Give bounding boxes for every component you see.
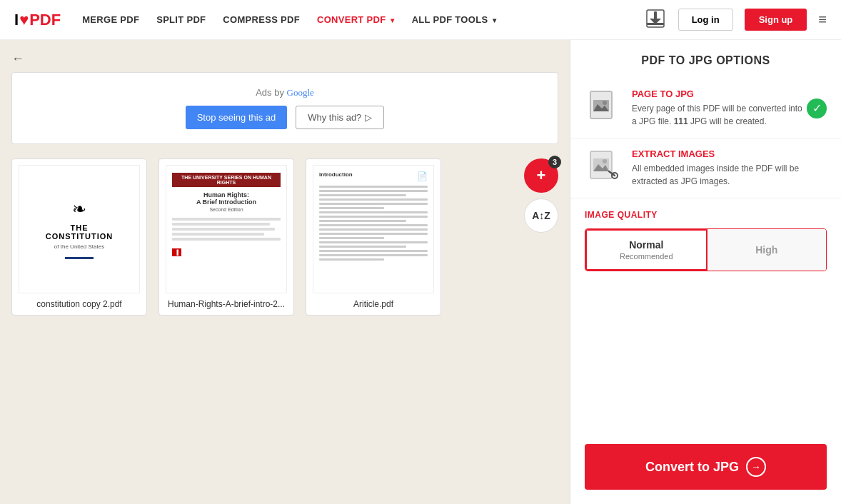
signup-button[interactable]: Sign up (745, 9, 807, 31)
rights-subtitle: Second Edition (209, 207, 243, 212)
convert-chevron-icon: ▾ (391, 16, 394, 24)
ad-label: Ads by Google (26, 87, 543, 99)
extract-images-icon (585, 148, 622, 186)
constitution-symbol: ❧ (72, 199, 86, 219)
logo-i: I (14, 11, 19, 29)
download-icon[interactable] (644, 7, 667, 33)
right-panel: PDF TO JPG OPTIONS PAGE TO JPG Every pag… (570, 40, 841, 504)
rights-header-bar: THE UNIVERSITY SERIES ON HUMAN RIGHTS (172, 173, 281, 187)
article-header: Introduction 📄 (319, 171, 428, 181)
login-button[interactable]: Log in (678, 9, 733, 31)
convert-section: Convert to JPG → (570, 433, 841, 504)
page-to-jpg-icon (585, 89, 622, 126)
sort-button[interactable]: A↕Z (524, 198, 558, 233)
option-check-page-to-jpg: ✓ (807, 99, 827, 119)
pdf-thumbnail-0: ❧ THECONSTITUTION of the United States (19, 165, 140, 293)
svg-point-8 (603, 101, 607, 105)
google-text: Google (287, 87, 314, 98)
spacer (570, 283, 841, 433)
all-tools-chevron-icon: ▾ (493, 16, 496, 24)
nav-all-tools[interactable]: ALL PDF TOOLS ▾ (412, 14, 497, 25)
nav-convert-pdf[interactable]: CONVERT PDF ▾ (317, 14, 395, 25)
article-lines (319, 186, 428, 287)
option-extract-images[interactable]: EXTRACT IMAGES All embedded images insid… (570, 138, 841, 198)
ad-banner: Ads by Google Stop seeing this ad Why th… (11, 72, 558, 144)
fab-badge: + 3 (524, 158, 558, 193)
constitution-title: THECONSTITUTION (46, 223, 114, 241)
nav-compress-pdf[interactable]: COMPRESS PDF (223, 14, 300, 25)
convert-button[interactable]: Convert to JPG → (585, 444, 827, 490)
sort-icon: A↕Z (532, 210, 550, 221)
convert-arrow-icon: → (746, 457, 766, 477)
header-right: Log in Sign up ≡ (644, 7, 827, 33)
nav-split-pdf[interactable]: SPLIT PDF (156, 14, 206, 25)
why-chevron-icon: ▷ (365, 112, 372, 123)
rights-red-block: ▐ (172, 248, 181, 256)
main-layout: ← Ads by Google Stop seeing this ad Why … (0, 40, 841, 504)
logo-heart-icon: ♥ (19, 11, 29, 29)
logo-pdf: PDF (29, 11, 61, 29)
main-nav: MERGE PDF SPLIT PDF COMPRESS PDF CONVERT… (82, 14, 643, 25)
constitution-line (65, 257, 94, 259)
quality-high-button[interactable]: High (707, 229, 827, 271)
rights-title: Human Rights:A Brief Introduction (196, 191, 256, 206)
option-desc-page-to-jpg: Every page of this PDF will be converted… (632, 102, 807, 128)
image-quality-section: IMAGE QUALITY Normal Recommended High (570, 198, 841, 283)
svg-point-12 (603, 159, 607, 163)
quality-buttons: Normal Recommended High (585, 228, 827, 271)
option-title-extract: EXTRACT IMAGES (632, 148, 827, 159)
header: I ♥ PDF MERGE PDF SPLIT PDF COMPRESS PDF… (0, 0, 841, 40)
pdf-card-0[interactable]: ❧ THECONSTITUTION of the United States c… (11, 158, 147, 316)
stop-ad-button[interactable]: Stop seeing this ad (186, 106, 288, 129)
pdf-card-2[interactable]: Introduction 📄 (306, 158, 441, 316)
constitution-subtitle: of the United States (54, 243, 104, 250)
pdf-thumbnail-1: THE UNIVERSITY SERIES ON HUMAN RIGHTS Hu… (166, 165, 287, 293)
ad-actions: Stop seeing this ad Why this ad? ▷ (26, 106, 543, 129)
pdf-thumbnail-2: Introduction 📄 (313, 165, 434, 293)
rights-body (172, 218, 281, 243)
option-page-to-jpg[interactable]: PAGE TO JPG Every page of this PDF will … (570, 79, 841, 138)
quality-normal-button[interactable]: Normal Recommended (585, 229, 707, 271)
article-icon: 📄 (417, 171, 428, 181)
file-count-badge: 3 (548, 156, 561, 168)
pdf-name-2: Ariticle.pdf (353, 299, 393, 309)
option-content-extract: EXTRACT IMAGES All embedded images insid… (632, 148, 827, 188)
option-desc-extract: All embedded images inside the PDF will … (632, 162, 827, 188)
logo[interactable]: I ♥ PDF (14, 11, 61, 29)
nav-merge-pdf[interactable]: MERGE PDF (82, 14, 139, 25)
pdf-name-1: Human-Rights-A-brief-intro-2... (168, 299, 285, 309)
pdf-card-1[interactable]: THE UNIVERSITY SERIES ON HUMAN RIGHTS Hu… (158, 158, 294, 316)
image-quality-label: IMAGE QUALITY (585, 210, 827, 220)
option-title-page-to-jpg: PAGE TO JPG (632, 89, 807, 99)
back-button[interactable]: ← (11, 51, 24, 66)
why-ad-button[interactable]: Why this ad? ▷ (296, 106, 384, 129)
pdf-grid: ❧ THECONSTITUTION of the United States c… (11, 158, 558, 316)
pdf-name-0: constitution copy 2.pdf (36, 299, 121, 309)
right-panel-title: PDF TO JPG OPTIONS (570, 40, 841, 79)
left-panel: ← Ads by Google Stop seeing this ad Why … (0, 40, 570, 504)
option-content-page-to-jpg: PAGE TO JPG Every page of this PDF will … (632, 89, 807, 128)
hamburger-icon[interactable]: ≡ (818, 11, 827, 28)
fab-area: + 3 A↕Z (524, 158, 558, 233)
